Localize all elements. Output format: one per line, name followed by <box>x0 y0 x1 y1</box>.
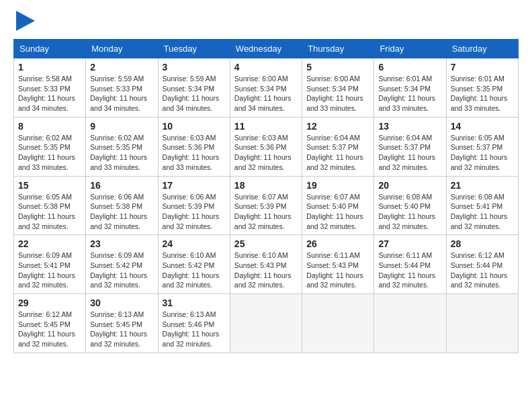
cell-content: Sunrise: 6:02 AMSunset: 5:35 PMDaylight:… <box>90 133 153 173</box>
cell-content: Sunrise: 6:11 AMSunset: 5:43 PMDaylight:… <box>306 250 369 290</box>
day-number: 7 <box>451 62 514 73</box>
day-number: 2 <box>90 62 153 73</box>
day-number: 21 <box>451 180 514 191</box>
calendar-week-row: 1 Sunrise: 5:58 AMSunset: 5:33 PMDayligh… <box>14 58 519 118</box>
day-number: 17 <box>163 180 226 191</box>
day-number: 27 <box>378 238 441 249</box>
weekday-header-cell: Friday <box>374 40 446 58</box>
cell-content: Sunrise: 6:09 AMSunset: 5:41 PMDaylight:… <box>18 250 81 290</box>
day-number: 9 <box>90 121 153 132</box>
weekday-header-cell: Saturday <box>446 40 518 58</box>
calendar-day-cell: 26 Sunrise: 6:11 AMSunset: 5:43 PMDaylig… <box>302 235 374 294</box>
calendar-week-row: 22 Sunrise: 6:09 AMSunset: 5:41 PMDaylig… <box>14 235 519 294</box>
day-number: 12 <box>306 121 369 132</box>
calendar-day-cell: 11 Sunrise: 6:03 AMSunset: 5:36 PMDaylig… <box>230 117 302 176</box>
cell-content: Sunrise: 6:08 AMSunset: 5:40 PMDaylight:… <box>378 192 441 232</box>
cell-content: Sunrise: 6:00 AMSunset: 5:34 PMDaylight:… <box>234 74 298 113</box>
calendar-day-cell: 24 Sunrise: 6:10 AMSunset: 5:42 PMDaylig… <box>158 235 230 294</box>
calendar-day-cell: 4 Sunrise: 6:00 AMSunset: 5:34 PMDayligh… <box>230 58 302 118</box>
weekday-header-cell: Wednesday <box>230 40 302 58</box>
calendar-week-row: 15 Sunrise: 6:05 AMSunset: 5:38 PMDaylig… <box>14 176 519 235</box>
day-number: 23 <box>90 238 153 249</box>
cell-content: Sunrise: 5:58 AMSunset: 5:33 PMDaylight:… <box>18 74 81 113</box>
day-number: 13 <box>378 121 441 132</box>
calendar-day-cell: 21 Sunrise: 6:08 AMSunset: 5:41 PMDaylig… <box>446 176 518 235</box>
calendar-body: 1 Sunrise: 5:58 AMSunset: 5:33 PMDayligh… <box>14 58 519 353</box>
cell-content: Sunrise: 6:00 AMSunset: 5:34 PMDaylight:… <box>306 74 369 113</box>
calendar-day-cell <box>374 294 446 353</box>
cell-content: Sunrise: 6:02 AMSunset: 5:35 PMDaylight:… <box>18 133 81 173</box>
calendar-day-cell: 31 Sunrise: 6:13 AMSunset: 5:46 PMDaylig… <box>158 294 230 353</box>
calendar-day-cell: 8 Sunrise: 6:02 AMSunset: 5:35 PMDayligh… <box>14 117 86 176</box>
day-number: 16 <box>90 180 153 191</box>
cell-content: Sunrise: 6:12 AMSunset: 5:44 PMDaylight:… <box>451 250 514 290</box>
calendar-day-cell: 15 Sunrise: 6:05 AMSunset: 5:38 PMDaylig… <box>14 176 86 235</box>
weekday-header-cell: Monday <box>86 40 158 58</box>
calendar-day-cell: 25 Sunrise: 6:10 AMSunset: 5:43 PMDaylig… <box>230 235 302 294</box>
calendar-day-cell: 7 Sunrise: 6:01 AMSunset: 5:35 PMDayligh… <box>446 58 518 118</box>
calendar-day-cell: 2 Sunrise: 5:59 AMSunset: 5:33 PMDayligh… <box>86 58 158 118</box>
calendar-day-cell: 30 Sunrise: 6:13 AMSunset: 5:45 PMDaylig… <box>86 294 158 353</box>
day-number: 5 <box>306 62 369 73</box>
cell-content: Sunrise: 6:01 AMSunset: 5:35 PMDaylight:… <box>451 74 514 113</box>
day-number: 8 <box>18 121 81 132</box>
calendar-day-cell: 6 Sunrise: 6:01 AMSunset: 5:34 PMDayligh… <box>374 58 446 118</box>
day-number: 10 <box>163 121 226 132</box>
day-number: 22 <box>18 238 81 249</box>
logo <box>13 13 35 31</box>
cell-content: Sunrise: 6:01 AMSunset: 5:34 PMDaylight:… <box>378 74 441 113</box>
calendar-week-row: 8 Sunrise: 6:02 AMSunset: 5:35 PMDayligh… <box>14 117 519 176</box>
cell-content: Sunrise: 6:05 AMSunset: 5:37 PMDaylight:… <box>451 133 514 173</box>
calendar-day-cell: 14 Sunrise: 6:05 AMSunset: 5:37 PMDaylig… <box>446 117 518 176</box>
cell-content: Sunrise: 6:04 AMSunset: 5:37 PMDaylight:… <box>306 133 369 173</box>
cell-content: Sunrise: 6:09 AMSunset: 5:42 PMDaylight:… <box>90 250 153 290</box>
day-number: 28 <box>451 238 514 249</box>
day-number: 11 <box>234 121 298 132</box>
day-number: 31 <box>163 298 226 308</box>
calendar-week-row: 29 Sunrise: 6:12 AMSunset: 5:45 PMDaylig… <box>14 294 519 353</box>
calendar-table: SundayMondayTuesdayWednesdayThursdayFrid… <box>13 39 519 353</box>
cell-content: Sunrise: 6:10 AMSunset: 5:42 PMDaylight:… <box>163 250 226 290</box>
day-number: 19 <box>306 180 369 191</box>
calendar-day-cell: 29 Sunrise: 6:12 AMSunset: 5:45 PMDaylig… <box>14 294 86 353</box>
day-number: 3 <box>163 62 226 73</box>
page-header <box>13 13 519 31</box>
day-number: 15 <box>18 180 81 191</box>
cell-content: Sunrise: 6:04 AMSunset: 5:37 PMDaylight:… <box>378 133 441 173</box>
day-number: 6 <box>378 62 441 73</box>
calendar-day-cell: 3 Sunrise: 5:59 AMSunset: 5:34 PMDayligh… <box>158 58 230 118</box>
weekday-header-cell: Tuesday <box>158 40 230 58</box>
day-number: 24 <box>163 238 226 249</box>
cell-content: Sunrise: 5:59 AMSunset: 5:33 PMDaylight:… <box>90 74 153 113</box>
cell-content: Sunrise: 6:08 AMSunset: 5:41 PMDaylight:… <box>451 192 514 232</box>
svg-marker-0 <box>16 11 35 31</box>
calendar-day-cell: 16 Sunrise: 6:06 AMSunset: 5:38 PMDaylig… <box>86 176 158 235</box>
day-number: 4 <box>234 62 298 73</box>
calendar-day-cell: 9 Sunrise: 6:02 AMSunset: 5:35 PMDayligh… <box>86 117 158 176</box>
calendar-day-cell: 23 Sunrise: 6:09 AMSunset: 5:42 PMDaylig… <box>86 235 158 294</box>
calendar-day-cell <box>446 294 518 353</box>
logo-arrow-icon <box>16 11 35 31</box>
calendar-day-cell: 20 Sunrise: 6:08 AMSunset: 5:40 PMDaylig… <box>374 176 446 235</box>
calendar-day-cell: 1 Sunrise: 5:58 AMSunset: 5:33 PMDayligh… <box>14 58 86 118</box>
cell-content: Sunrise: 6:11 AMSunset: 5:44 PMDaylight:… <box>378 250 441 290</box>
day-number: 18 <box>234 180 298 191</box>
weekday-header-cell: Sunday <box>14 40 86 58</box>
cell-content: Sunrise: 6:12 AMSunset: 5:45 PMDaylight:… <box>18 310 81 349</box>
calendar-day-cell: 18 Sunrise: 6:07 AMSunset: 5:39 PMDaylig… <box>230 176 302 235</box>
calendar-day-cell: 22 Sunrise: 6:09 AMSunset: 5:41 PMDaylig… <box>14 235 86 294</box>
day-number: 14 <box>451 121 514 132</box>
day-number: 20 <box>378 180 441 191</box>
cell-content: Sunrise: 6:05 AMSunset: 5:38 PMDaylight:… <box>18 192 81 232</box>
weekday-header-cell: Thursday <box>302 40 374 58</box>
cell-content: Sunrise: 6:07 AMSunset: 5:39 PMDaylight:… <box>234 192 298 232</box>
calendar-day-cell <box>302 294 374 353</box>
cell-content: Sunrise: 6:06 AMSunset: 5:39 PMDaylight:… <box>163 192 226 232</box>
calendar-day-cell: 27 Sunrise: 6:11 AMSunset: 5:44 PMDaylig… <box>374 235 446 294</box>
cell-content: Sunrise: 6:13 AMSunset: 5:45 PMDaylight:… <box>90 310 153 349</box>
cell-content: Sunrise: 6:06 AMSunset: 5:38 PMDaylight:… <box>90 192 153 232</box>
cell-content: Sunrise: 6:10 AMSunset: 5:43 PMDaylight:… <box>234 250 298 290</box>
calendar-day-cell: 10 Sunrise: 6:03 AMSunset: 5:36 PMDaylig… <box>158 117 230 176</box>
calendar-day-cell: 13 Sunrise: 6:04 AMSunset: 5:37 PMDaylig… <box>374 117 446 176</box>
calendar-day-cell: 12 Sunrise: 6:04 AMSunset: 5:37 PMDaylig… <box>302 117 374 176</box>
